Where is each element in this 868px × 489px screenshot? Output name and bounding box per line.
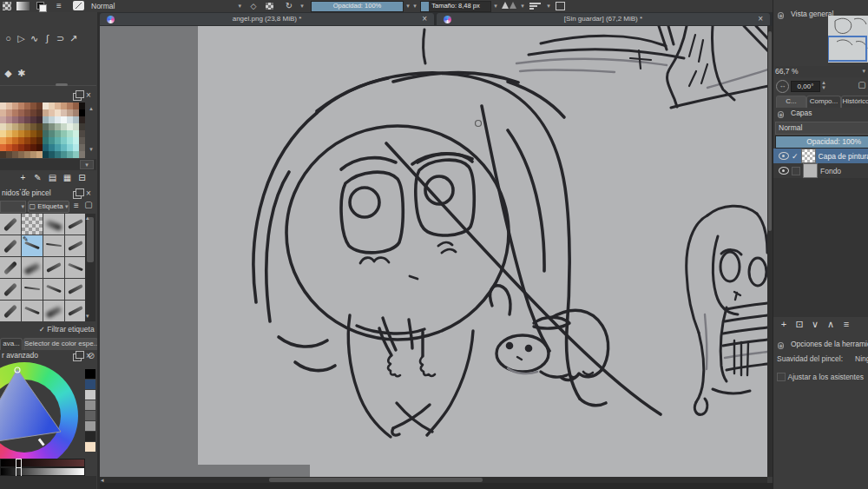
layer-blend-select[interactable]: Normal [775,122,868,135]
brush-scrollbar[interactable]: ▴ ▾ [85,214,95,321]
brush-preset-charcoal-stick[interactable] [0,257,21,278]
palette-swatch[interactable] [61,102,67,109]
chevron-down-icon[interactable]: ▾ [299,1,306,11]
spin-down-icon[interactable]: ▾ [404,1,411,11]
palette-swatch[interactable] [55,144,61,151]
layer-properties-icon[interactable]: ≡ [838,319,854,329]
palette-swatch[interactable] [67,109,73,116]
multibrush-tool[interactable]: ↗ [67,33,80,44]
palette-swatch[interactable] [67,137,73,144]
tag-button[interactable]: ▢ Etiqueta ▾ [28,201,69,213]
palette-swatch[interactable] [55,130,61,137]
palette-swatch[interactable] [55,109,61,116]
palette-swatch[interactable] [79,151,85,158]
palette-swatch[interactable] [12,116,18,123]
palette-swatch[interactable] [30,109,36,116]
palette-swatch[interactable] [24,130,30,137]
add-layer-icon[interactable]: + [776,319,792,329]
palette-swatch[interactable] [24,109,30,116]
palette-swatch[interactable] [18,109,24,116]
palette-swatch[interactable] [0,123,6,130]
palette-swatch[interactable] [30,116,36,123]
palette-swatch[interactable] [18,137,24,144]
color-history-swatch[interactable] [85,421,95,431]
tab-historico[interactable]: Histórico [841,96,868,108]
palette-swatch[interactable] [18,151,24,158]
palette-swatch[interactable] [79,116,85,123]
brush-preset-ink-brush[interactable] [0,235,21,256]
palette-swatch[interactable] [49,144,55,151]
palette-swatch[interactable] [79,137,85,144]
scroll-up-icon[interactable]: ▴ [87,103,95,114]
pattern-icon[interactable] [3,2,11,10]
palette-swatch[interactable] [55,102,61,109]
palette-swatch[interactable] [55,137,61,144]
brush-preset-wet-brush[interactable] [22,257,43,278]
palette-swatch[interactable] [12,137,18,144]
palette-swatch[interactable] [0,144,6,151]
palette-swatch[interactable] [67,151,73,158]
fill-tool[interactable]: ◆ [2,68,15,79]
palette-swatch[interactable] [67,130,73,137]
brush-preset-texture-check[interactable] [22,214,43,235]
color-history-swatch[interactable] [85,380,95,389]
splitter[interactable] [0,85,96,86]
brush-preset-charcoal-strip[interactable] [0,214,21,235]
brush-preset-airbrush[interactable] [65,214,86,235]
palette-swatch[interactable] [73,144,79,151]
brush-size-slider[interactable]: Tamaño: 8,48 px [420,1,491,12]
chevron-down-icon[interactable]: ▾ [492,1,499,11]
palette-swatch[interactable] [0,151,6,158]
add-swatch-icon[interactable]: + [16,173,30,182]
close-icon[interactable]: × [86,189,91,198]
palette-swatch[interactable] [61,130,67,137]
palette-swatch[interactable] [49,130,55,137]
fg-bg-colors-icon[interactable] [36,2,46,10]
palette-swatch[interactable] [79,102,85,109]
layer-row-paint[interactable]: ✓ Capa de pintura [773,149,868,163]
overview-thumbnail[interactable] [828,16,868,63]
workspace-icon[interactable] [73,1,84,10]
palette-swatch[interactable] [30,102,36,109]
color-history-swatch[interactable] [85,390,95,400]
palette-swatch[interactable] [61,123,67,130]
palette-swatch[interactable] [12,123,18,130]
polygon-tool[interactable]: ▷ [15,33,28,44]
brush-preset-eraser-soft[interactable] [43,301,64,321]
palette-swatch[interactable] [24,116,30,123]
dynamic-brush-tool[interactable]: ⊃ [54,33,67,44]
layer-thumbnail[interactable] [803,163,818,178]
palette-swatch[interactable] [18,144,24,151]
zoom-select[interactable]: 66,7 % ▾ [775,66,867,77]
palette-swatch[interactable] [49,151,55,158]
value-bar-1[interactable] [0,459,85,467]
palette-swatch[interactable] [49,109,55,116]
close-icon[interactable]: × [422,15,427,23]
palette-swatch[interactable] [36,137,43,144]
list-view-icon[interactable]: ≡ [71,202,82,210]
save-palette-icon[interactable]: ▤ [45,173,60,182]
palette-swatch[interactable] [12,109,18,116]
palette-swatch[interactable] [6,109,12,116]
color-history-swatch[interactable] [85,442,95,452]
palette-swatch[interactable] [43,137,49,144]
palette-swatch[interactable] [30,123,36,130]
palette-swatch[interactable] [18,123,24,130]
ellipse-tool[interactable]: ○ [2,33,15,43]
palette-swatch[interactable] [6,144,12,151]
float-docker-icon[interactable] [73,93,82,101]
palette-swatch[interactable] [24,123,30,130]
close-icon[interactable]: × [758,15,763,23]
chevron-down-icon[interactable]: ▾ [411,1,418,11]
brush-preset-pencil-mech[interactable] [22,279,43,300]
layer-checkbox[interactable] [792,167,800,175]
palette-grid-view-icon[interactable]: ▦ [60,173,75,182]
palette-swatch[interactable] [61,151,67,158]
palette-swatch[interactable] [6,102,12,109]
palette-swatch[interactable] [73,123,79,130]
float-docker-icon[interactable] [73,354,82,361]
palette-swatch[interactable] [0,137,6,144]
preserve-alpha-icon[interactable] [266,3,273,10]
palette-swatch[interactable] [0,102,6,109]
wrap-around-icon[interactable] [556,2,565,12]
